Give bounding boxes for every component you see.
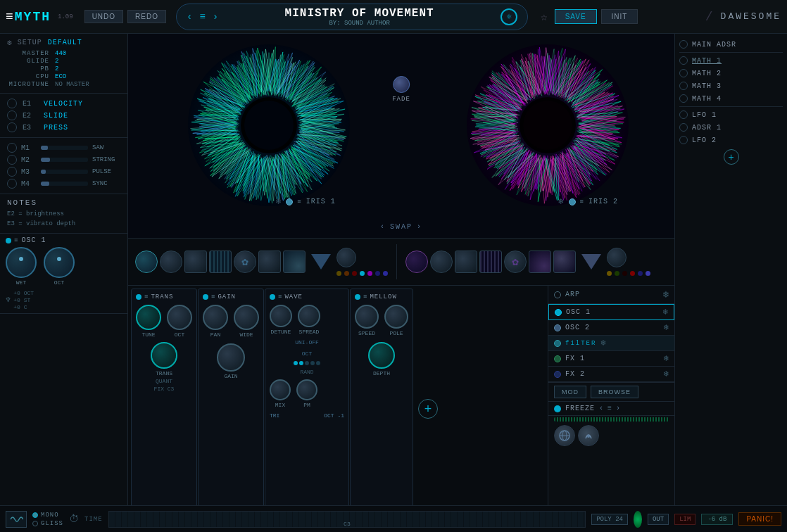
- env-e2-name[interactable]: SLIDE: [44, 112, 68, 120]
- adsr1-dot[interactable]: [679, 123, 688, 132]
- wave-rand-dot-5[interactable]: [316, 361, 320, 365]
- add-module-button[interactable]: +: [418, 399, 438, 419]
- adsr1-row[interactable]: ADSR 1: [679, 123, 783, 132]
- math3-row[interactable]: MATH 3: [679, 82, 783, 90]
- dot-yellow[interactable]: [336, 271, 341, 276]
- osc1-ctrl-knob-1[interactable]: [135, 251, 158, 273]
- osc2-ctrl-knob-6[interactable]: [529, 251, 551, 273]
- macro-m1-bar[interactable]: [41, 146, 88, 150]
- math1-dot[interactable]: [679, 56, 688, 65]
- arp-snowflake-icon[interactable]: ❄: [663, 289, 669, 300]
- osc1-selector[interactable]: OSC 1 ❄: [548, 304, 674, 320]
- wave-mix-knob[interactable]: [270, 379, 291, 400]
- setup-profile[interactable]: DEFAULT: [48, 39, 82, 46]
- wave-rand-dot-3[interactable]: [305, 361, 309, 365]
- pb-value[interactable]: 2: [55, 65, 58, 72]
- favorite-star-icon[interactable]: ☆: [541, 10, 548, 24]
- mellow-depth-knob[interactable]: [368, 342, 395, 369]
- math2-row[interactable]: MATH 2: [679, 69, 783, 77]
- osc1-ctrl-knob-7[interactable]: [283, 251, 306, 273]
- dot2-green[interactable]: [615, 271, 619, 276]
- filter-selector[interactable]: filTER ❄: [548, 336, 674, 351]
- iris2-triangle[interactable]: [581, 254, 601, 270]
- piano-roll[interactable]: C3: [108, 511, 586, 528]
- osc2-ctrl-knob-4[interactable]: [479, 251, 502, 273]
- fx2-selector[interactable]: FX 2 ❄: [548, 367, 674, 382]
- wave-pm-knob[interactable]: [296, 379, 317, 400]
- preset-synth-icon[interactable]: ⚛: [500, 8, 517, 25]
- clock-icon[interactable]: ⏱: [69, 514, 79, 525]
- iris-1-dot[interactable]: [286, 198, 293, 205]
- env-e3-name[interactable]: PRESS: [44, 124, 68, 132]
- math1-row[interactable]: MATH 1: [679, 56, 783, 65]
- iris-2-dot[interactable]: [569, 198, 576, 205]
- osc1-wet-knob[interactable]: [6, 247, 37, 278]
- env-e2-dot[interactable]: [7, 110, 17, 120]
- trans-oct-knob[interactable]: [167, 305, 192, 330]
- macro-m4-bar[interactable]: [41, 182, 88, 186]
- dot-orange[interactable]: [344, 271, 349, 276]
- main-adsr-dot[interactable]: [679, 40, 688, 49]
- math2-dot[interactable]: [679, 69, 688, 77]
- math4-dot[interactable]: [679, 94, 688, 103]
- osc1-ctrl-knob-2[interactable]: [160, 251, 182, 273]
- osc1-ctrl-knob-6[interactable]: [258, 251, 281, 273]
- microtune-value[interactable]: NO MASTER: [55, 81, 89, 88]
- preset-next-button[interactable]: ›: [213, 11, 218, 23]
- iris-1-visual[interactable]: [184, 41, 353, 210]
- trans-trans-knob[interactable]: [151, 342, 177, 369]
- dot-cyan[interactable]: [360, 271, 365, 276]
- osc2-ctrl-knob-3[interactable]: [455, 251, 477, 273]
- glide-value[interactable]: 2: [55, 58, 58, 65]
- dot2-yellow[interactable]: [607, 271, 612, 276]
- mod-button[interactable]: MOD: [554, 386, 586, 398]
- gliss-radio[interactable]: [32, 521, 38, 526]
- macro-m2-dot[interactable]: [7, 155, 17, 165]
- init-button[interactable]: INIT: [601, 9, 638, 24]
- macro-m3-bar[interactable]: [41, 170, 88, 174]
- trans-tune-knob[interactable]: [136, 305, 161, 330]
- gain-wide-knob[interactable]: [234, 305, 259, 330]
- lfo1-row[interactable]: LFO 1: [679, 110, 783, 119]
- wave-detune-knob[interactable]: [270, 305, 292, 327]
- save-button[interactable]: SAVE: [555, 9, 597, 24]
- math4-row[interactable]: MATH 4: [679, 94, 783, 103]
- plugin-icon-1[interactable]: [554, 425, 575, 446]
- panic-button[interactable]: PANIC!: [738, 512, 781, 526]
- swap-button[interactable]: ‹ SWAP ›: [380, 223, 422, 231]
- main-adsr-row[interactable]: MAIN ADSR: [679, 40, 783, 49]
- mono-radio[interactable]: [32, 512, 38, 518]
- mellow-pole-knob[interactable]: [384, 305, 408, 329]
- osc1-ctrl-knob-5[interactable]: ✿: [234, 251, 256, 273]
- dot2-darkred[interactable]: [622, 271, 627, 276]
- dot2-blue2[interactable]: [646, 271, 650, 276]
- osc2-selector[interactable]: OSC 2 ❄: [548, 320, 674, 336]
- fx1-selector[interactable]: FX 1 ❄: [548, 351, 674, 367]
- freeze-prev-icon[interactable]: ‹: [599, 405, 603, 412]
- redo-button[interactable]: REDO: [127, 10, 166, 23]
- iris-2-visual[interactable]: [463, 41, 632, 210]
- macro-m3-dot[interactable]: [7, 167, 17, 177]
- iris1-triangle[interactable]: [311, 254, 331, 270]
- preset-list-icon[interactable]: ≡: [199, 11, 205, 23]
- mellow-speed-knob[interactable]: [355, 305, 379, 329]
- env-e1-name[interactable]: VELOCITY: [44, 100, 83, 108]
- wave-spread-knob[interactable]: [298, 305, 320, 327]
- undo-button[interactable]: UNDO: [84, 10, 123, 23]
- osc1-ctrl-knob-4[interactable]: [209, 251, 232, 273]
- cpu-value[interactable]: ECO: [55, 73, 66, 80]
- vu-meter[interactable]: [634, 511, 642, 528]
- osc2-ctrl-knob-1[interactable]: [405, 251, 428, 273]
- dot-red[interactable]: [367, 271, 372, 276]
- wave-rand-dot-4[interactable]: [310, 361, 315, 365]
- browse-button[interactable]: BROWSE: [591, 386, 638, 398]
- osc2-ring-knob[interactable]: [607, 248, 627, 267]
- dot2-blue1[interactable]: [638, 271, 643, 276]
- dot-dark-red[interactable]: [352, 271, 357, 276]
- fade-knob-circle[interactable]: [393, 76, 410, 93]
- waveform-view-button[interactable]: [6, 511, 27, 528]
- master-value[interactable]: 440: [55, 50, 66, 57]
- wave-rand-dot-2[interactable]: [299, 361, 303, 365]
- lfo2-row[interactable]: LFO 2: [679, 136, 783, 144]
- osc1-ring-knob[interactable]: [336, 248, 356, 267]
